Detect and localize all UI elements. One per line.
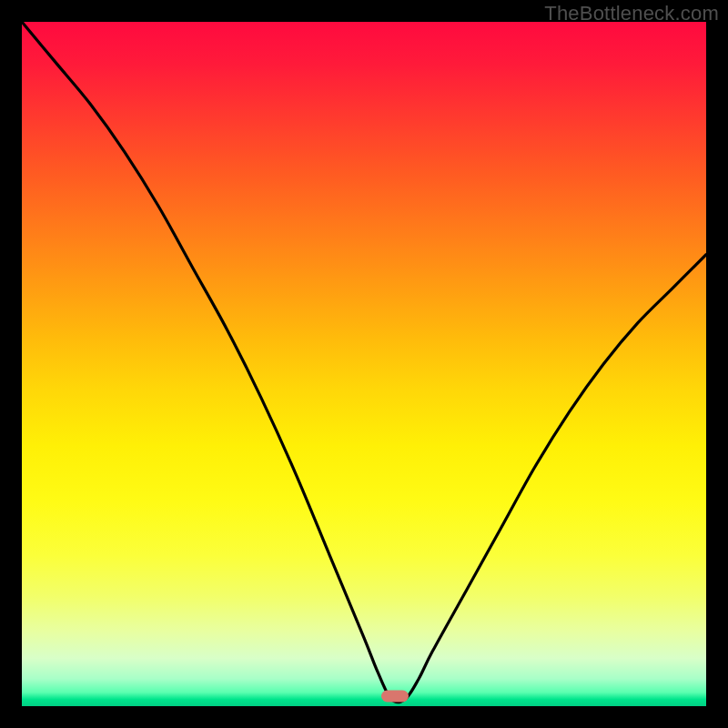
- bottleneck-curve: [22, 22, 706, 706]
- optimal-point-marker: [381, 690, 409, 702]
- chart-frame: TheBottleneck.com: [0, 0, 728, 728]
- plot-area: [22, 22, 706, 706]
- watermark-text: TheBottleneck.com: [544, 2, 719, 25]
